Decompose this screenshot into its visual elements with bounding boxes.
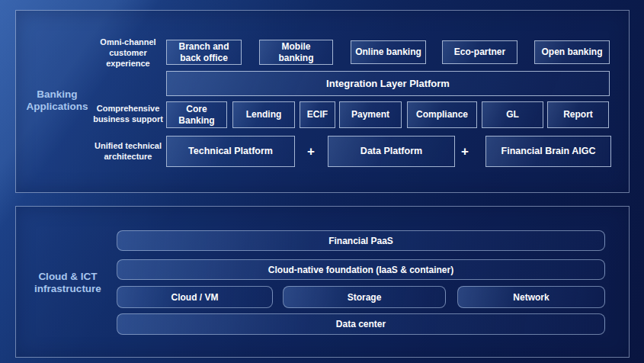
box-cloud-vm: Cloud / VM xyxy=(117,286,273,308)
box-mobile-banking: Mobile banking xyxy=(259,40,333,65)
box-online-banking: Online banking xyxy=(351,40,426,64)
box-cloud-native-foundation: Cloud-native foundation (IaaS & containe… xyxy=(117,259,605,280)
box-data-platform: Data Platform xyxy=(328,136,455,167)
row-label-technical-architecture: Unified technical architecture xyxy=(84,140,172,162)
box-branch-back-office: Branch and back office xyxy=(166,40,242,65)
plus-separator-2: + xyxy=(457,136,473,167)
box-compliance: Compliance xyxy=(407,101,477,128)
box-lending: Lending xyxy=(232,101,295,128)
box-eco-partner: Eco-partner xyxy=(442,40,517,64)
box-core-banking: Core Banking xyxy=(166,101,227,128)
row-label-business-support: Comprehensive business support xyxy=(84,103,172,124)
box-gl: GL xyxy=(482,101,543,128)
box-network: Network xyxy=(457,286,605,308)
box-financial-paas: Financial PaaS xyxy=(117,230,605,251)
box-open-banking: Open banking xyxy=(534,40,610,64)
row-label-omni-channel: Omni-channel customer experience xyxy=(84,37,172,69)
box-report: Report xyxy=(547,101,609,128)
box-data-center: Data center xyxy=(117,313,605,335)
box-ecif: ECIF xyxy=(300,101,335,128)
box-technical-platform: Technical Platform xyxy=(166,136,295,167)
box-storage: Storage xyxy=(283,286,446,308)
box-financial-brain-aigc: Financial Brain AIGC xyxy=(485,136,611,167)
box-payment: Payment xyxy=(339,101,402,128)
integration-layer-bar: Integration Layer Platform xyxy=(166,71,610,96)
cloud-panel-title: Cloud & ICT infrastructure xyxy=(19,271,117,296)
plus-separator-1: + xyxy=(303,136,319,167)
